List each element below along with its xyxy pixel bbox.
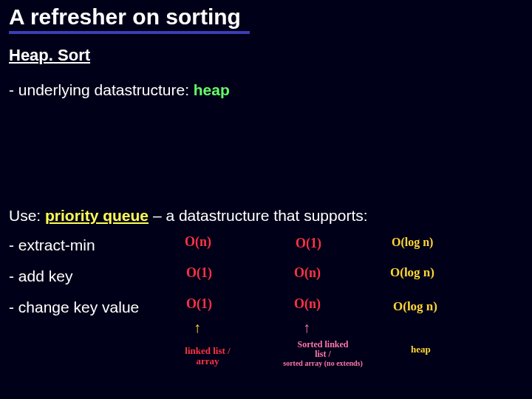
arrow-col2: ↑ xyxy=(303,319,310,336)
label-col2: Sorted linked list / sorted array (no ex… xyxy=(267,340,378,368)
use-prefix: Use: xyxy=(9,207,45,224)
label-col3: heap xyxy=(411,344,431,355)
priority-queue-term: priority queue xyxy=(45,207,149,224)
label-col1-line2: array xyxy=(196,355,219,366)
underlying-ds-line: - underlying datastructure: heap xyxy=(9,81,230,99)
label-col2-line2: list / xyxy=(315,349,331,359)
cell-change-col2: O(n) xyxy=(294,297,321,311)
cell-change-col1: O(1) xyxy=(186,297,212,311)
cell-extract-col1: O(n) xyxy=(185,235,211,249)
cell-extract-col2: O(1) xyxy=(296,236,321,250)
op-change-key: - change key value xyxy=(9,299,139,316)
slide-title: A refresher on sorting xyxy=(9,4,250,34)
slide: A refresher on sorting Heap. Sort - unde… xyxy=(0,0,532,399)
label-col2-line3: sorted array (no extends) xyxy=(283,359,362,367)
algorithm-name: Heap. Sort xyxy=(9,46,90,65)
label-col1: linked list / array xyxy=(167,346,248,366)
underlying-ds-value: heap xyxy=(194,81,230,98)
cell-extract-col3: O(log n) xyxy=(392,236,433,249)
cell-add-col1: O(1) xyxy=(186,266,212,280)
op-extract-min: - extract-min xyxy=(9,236,95,254)
cell-add-col3: O(log n) xyxy=(390,266,434,279)
underlying-ds-prefix: - underlying datastructure: xyxy=(9,81,194,98)
use-suffix: – a datastructure that supports: xyxy=(149,207,368,224)
arrow-col1: ↑ xyxy=(194,319,201,336)
cell-add-col2: O(n) xyxy=(294,266,321,280)
op-add-key: - add key xyxy=(9,267,72,285)
use-line: Use: priority queue – a datastructure th… xyxy=(9,207,368,225)
cell-change-col3: O(log n) xyxy=(393,300,437,313)
